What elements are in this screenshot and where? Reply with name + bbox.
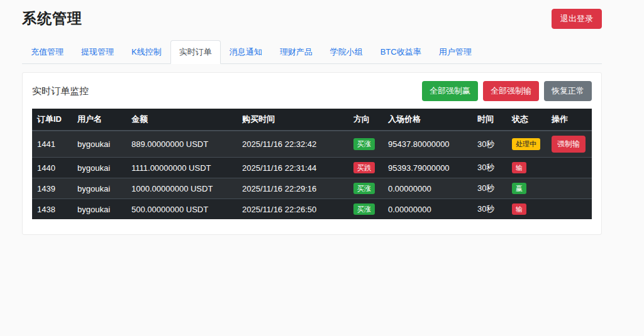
order-id: 1438 bbox=[32, 199, 72, 220]
column-header: 购买时间 bbox=[237, 109, 348, 131]
tab-2[interactable]: K线控制 bbox=[123, 40, 170, 64]
order-id: 1439 bbox=[32, 178, 72, 199]
status-badge: 赢 bbox=[512, 183, 526, 194]
force-win-all-button[interactable]: 全部强制赢 bbox=[422, 81, 478, 101]
column-header: 金额 bbox=[126, 109, 237, 131]
panel-header: 实时订单监控 全部强制赢 全部强制输 恢复正常 bbox=[32, 81, 592, 101]
buy-time: 2025/11/16 22:26:50 bbox=[237, 199, 348, 220]
panel-actions: 全部强制赢 全部强制输 恢复正常 bbox=[422, 81, 592, 101]
username: bygoukai bbox=[72, 131, 126, 158]
tab-7[interactable]: BTC收益率 bbox=[372, 40, 430, 64]
username: bygoukai bbox=[72, 199, 126, 220]
tabs: 充值管理提现管理K线控制实时订单消息通知理财产品学院小组BTC收益率用户管理 bbox=[22, 40, 602, 64]
direction-badge: 买涨 bbox=[353, 138, 375, 149]
tab-6[interactable]: 学院小组 bbox=[321, 40, 372, 64]
orders-tbody: 1441bygoukai889.00000000 USDT2025/11/16 … bbox=[32, 131, 592, 219]
amount: 889.00000000 USDT bbox=[126, 131, 237, 158]
tab-5[interactable]: 理财产品 bbox=[271, 40, 321, 64]
amount: 1000.00000000 USDT bbox=[126, 178, 237, 199]
buy-time: 2025/11/16 22:32:42 bbox=[237, 131, 348, 158]
table-row: 1439bygoukai1000.00000000 USDT2025/11/16… bbox=[32, 178, 592, 199]
column-header: 操作 bbox=[547, 109, 592, 131]
restore-normal-button[interactable]: 恢复正常 bbox=[544, 81, 592, 101]
tab-1[interactable]: 提现管理 bbox=[72, 40, 123, 64]
entry-price: 0.00000000 bbox=[383, 178, 472, 199]
column-header: 用户名 bbox=[72, 109, 126, 131]
amount: 500.00000000 USDT bbox=[126, 199, 237, 220]
direction-badge: 买涨 bbox=[353, 183, 375, 194]
duration: 30秒 bbox=[472, 199, 507, 220]
entry-price: 95393.79000000 bbox=[383, 158, 472, 178]
orders-table: 订单ID用户名金额购买时间方向入场价格时间状态操作 1441bygoukai88… bbox=[32, 109, 592, 219]
order-id: 1440 bbox=[32, 158, 72, 178]
buy-time: 2025/11/16 22:29:16 bbox=[237, 178, 348, 199]
column-header: 入场价格 bbox=[383, 109, 472, 131]
duration: 30秒 bbox=[472, 158, 507, 178]
table-row: 1438bygoukai500.00000000 USDT2025/11/16 … bbox=[32, 199, 592, 220]
table-row: 1440bygoukai1111.00000000 USDT2025/11/16… bbox=[32, 158, 592, 178]
entry-price: 0.00000000 bbox=[383, 199, 472, 220]
username: bygoukai bbox=[72, 158, 126, 178]
buy-time: 2025/11/16 22:31:44 bbox=[237, 158, 348, 178]
table-row: 1441bygoukai889.00000000 USDT2025/11/16 … bbox=[32, 131, 592, 158]
column-header: 时间 bbox=[472, 109, 507, 131]
column-header: 状态 bbox=[507, 109, 547, 131]
order-id: 1441 bbox=[32, 131, 72, 158]
tab-0[interactable]: 充值管理 bbox=[22, 40, 72, 64]
duration: 30秒 bbox=[472, 178, 507, 199]
duration: 30秒 bbox=[472, 131, 507, 158]
tab-4[interactable]: 消息通知 bbox=[221, 40, 271, 64]
entry-price: 95437.80000000 bbox=[383, 131, 472, 158]
logout-button[interactable]: 退出登录 bbox=[552, 9, 602, 29]
table-header-row: 订单ID用户名金额购买时间方向入场价格时间状态操作 bbox=[32, 109, 592, 131]
direction-badge: 买涨 bbox=[353, 203, 375, 215]
panel-title: 实时订单监控 bbox=[32, 85, 89, 97]
force-lose-all-button[interactable]: 全部强制输 bbox=[483, 81, 539, 101]
direction-badge: 买跌 bbox=[353, 162, 375, 173]
column-header: 方向 bbox=[348, 109, 383, 131]
status-badge: 处理中 bbox=[512, 138, 540, 149]
tab-8[interactable]: 用户管理 bbox=[430, 40, 480, 64]
status-badge: 输 bbox=[512, 162, 526, 173]
username: bygoukai bbox=[72, 178, 126, 199]
page-container: 系统管理 退出登录 充值管理提现管理K线控制实时订单消息通知理财产品学院小组BT… bbox=[22, 0, 602, 235]
orders-panel: 实时订单监控 全部强制赢 全部强制输 恢复正常 订单ID用户名金额购买时间方向入… bbox=[22, 72, 602, 235]
amount: 1111.00000000 USDT bbox=[126, 158, 237, 178]
force-lose-button[interactable]: 强制输 bbox=[552, 136, 586, 153]
topbar: 系统管理 退出登录 bbox=[22, 0, 602, 29]
page-title: 系统管理 bbox=[22, 9, 82, 28]
tab-3-active[interactable]: 实时订单 bbox=[170, 40, 221, 64]
column-header: 订单ID bbox=[32, 109, 72, 131]
status-badge: 输 bbox=[512, 203, 526, 215]
